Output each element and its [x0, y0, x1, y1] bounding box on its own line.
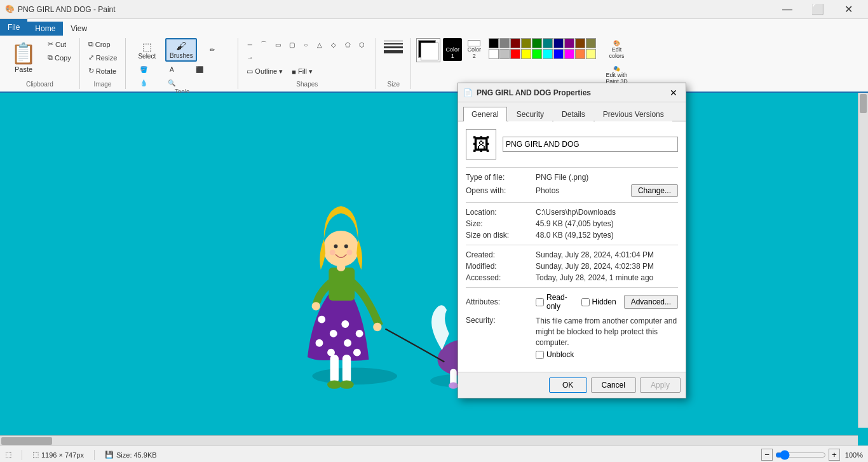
color2-button[interactable]: Color 2: [465, 38, 484, 61]
readonly-label[interactable]: Read-only: [546, 293, 574, 311]
shape-curve[interactable]: ⌒: [257, 38, 270, 51]
dialog-close-button[interactable]: ✕: [667, 86, 681, 100]
shape-roundrect[interactable]: ▢: [285, 38, 298, 51]
size-on-disk-value: 48.0 KB (49,152 bytes): [536, 231, 678, 240]
canvas-illustration: [0, 93, 868, 445]
dialog-tab-details[interactable]: Details: [553, 107, 593, 121]
unblock-checkbox[interactable]: [536, 351, 544, 359]
color2-swatch: [421, 43, 438, 60]
status-size-section: 💾 Size: 45.9KB: [105, 451, 157, 459]
hidden-label[interactable]: Hidden: [592, 297, 616, 306]
resize-button[interactable]: ⤢ Resize: [85, 51, 121, 64]
attributes-row: Attributes: Read-only Hidden Advanced...: [466, 293, 678, 311]
shape-diamond[interactable]: ◇: [327, 38, 340, 51]
shape-line[interactable]: ─: [243, 38, 256, 51]
color-cell-3[interactable]: [521, 38, 531, 48]
ok-button[interactable]: OK: [549, 377, 587, 393]
edit-colors-button[interactable]: 🎨 Edit colors: [601, 38, 632, 61]
color1-button[interactable]: Color 1: [443, 38, 462, 61]
shape-arrow[interactable]: →: [243, 52, 256, 63]
color-cell-10[interactable]: [489, 49, 499, 59]
dialog-tab-general[interactable]: General: [463, 107, 507, 121]
zoom-tool-button[interactable]: 🔍: [159, 78, 184, 88]
text-button[interactable]: A: [159, 64, 184, 75]
tools-items: ⬚ Select 🖌 Brushes ✏ 🪣 A: [131, 38, 233, 88]
color-cell-1[interactable]: [499, 38, 510, 48]
color-cell-16[interactable]: [553, 49, 564, 59]
tab-home[interactable]: Home: [27, 22, 63, 36]
tab-view[interactable]: View: [63, 22, 95, 36]
status-divider-1: [22, 450, 22, 460]
color-cell-17[interactable]: [564, 49, 574, 59]
apply-button[interactable]: Apply: [640, 377, 681, 393]
color-swatch[interactable]: [416, 38, 440, 62]
zoom-slider[interactable]: [775, 450, 826, 460]
readonly-checkbox[interactable]: [536, 298, 544, 306]
brushes-button[interactable]: 🖌 Brushes: [165, 38, 197, 62]
properties-dialog: 📄 PNG GIRL AND DOG Properties ✕ General …: [458, 83, 686, 398]
outline-button[interactable]: ▭ Outline ▾: [243, 65, 286, 78]
copy-button[interactable]: ⧉ Copy: [44, 51, 74, 64]
maximize-button[interactable]: ⬜: [803, 0, 832, 19]
color-cell-2[interactable]: [510, 38, 520, 48]
color-cell-5[interactable]: [543, 38, 553, 48]
color-cell-7[interactable]: [564, 38, 574, 48]
color-cell-19[interactable]: [586, 49, 596, 59]
crop-button[interactable]: ⧉ Crop: [85, 38, 121, 50]
color-cell-18[interactable]: [575, 49, 585, 59]
stroke-3[interactable]: [384, 46, 403, 48]
shape-triangle[interactable]: △: [313, 38, 326, 51]
shapes-buttons: ─ ⌒ ▭ ▢ ○ △ ◇ ⬠ ⬡ →: [243, 38, 370, 63]
select-button[interactable]: ⬚ Select: [131, 38, 163, 62]
cut-button[interactable]: ✂ Cut: [44, 38, 74, 50]
type-row: Type of file: PNG File (.png): [466, 173, 678, 182]
zoom-out-button[interactable]: −: [761, 449, 773, 461]
change-button[interactable]: Change...: [631, 184, 678, 197]
color-cell-6[interactable]: [553, 38, 564, 48]
advanced-button[interactable]: Advanced...: [624, 295, 678, 309]
minimize-button[interactable]: —: [773, 0, 802, 19]
cancel-button[interactable]: Cancel: [591, 377, 636, 393]
shape-pentagon[interactable]: ⬠: [341, 38, 354, 51]
close-button[interactable]: ✕: [834, 0, 863, 19]
picker-button[interactable]: 💧: [131, 78, 156, 88]
paste-button[interactable]: 📋 Paste: [5, 38, 42, 76]
stroke-4[interactable]: [384, 50, 403, 53]
image-group-label: Image: [94, 81, 112, 89]
eraser-button[interactable]: ⬛: [187, 64, 212, 75]
fill-button[interactable]: 🪣: [131, 64, 156, 75]
color-cell-12[interactable]: [510, 49, 520, 59]
shape-hexagon[interactable]: ⬡: [355, 38, 368, 51]
status-size: Size: 45.9KB: [116, 451, 157, 459]
hidden-checkbox[interactable]: [581, 298, 590, 306]
tab-file[interactable]: File: [0, 19, 27, 36]
color-cell-14[interactable]: [532, 49, 542, 59]
shape-ellipse[interactable]: ○: [299, 38, 312, 51]
scroll-thumb-horizontal[interactable]: [1, 437, 52, 445]
fill-shape-button[interactable]: ■ Fill ▾: [288, 65, 316, 78]
scroll-thumb-vertical[interactable]: [860, 94, 867, 113]
rotate-button[interactable]: ↻ Rotate: [85, 65, 121, 77]
color-cell-11[interactable]: [499, 49, 510, 59]
crop-icon: ⧉: [88, 40, 93, 48]
pencil-button[interactable]: ✏: [200, 38, 225, 62]
unblock-label[interactable]: Unblock: [546, 350, 574, 359]
stroke-2[interactable]: [384, 43, 403, 44]
color-cell-15[interactable]: [543, 49, 553, 59]
color-cell-4[interactable]: [532, 38, 542, 48]
dialog-tab-security[interactable]: Security: [508, 107, 552, 121]
image-items: ⧉ Crop ⤢ Resize ↻ Rotate: [85, 38, 121, 81]
scroll-bar-horizontal[interactable]: [0, 435, 858, 445]
scroll-bar-vertical[interactable]: [858, 93, 868, 428]
shape-rect[interactable]: ▭: [271, 38, 284, 51]
filename-input[interactable]: [503, 137, 678, 152]
color-cell-0[interactable]: [489, 38, 499, 48]
ribbon: File Home View 📋 Paste ✂ Cut ⧉ Copy: [0, 19, 868, 93]
color-cell-9[interactable]: [586, 38, 596, 48]
color-cell-8[interactable]: [575, 38, 585, 48]
stroke-1[interactable]: [384, 41, 403, 41]
zoom-in-button[interactable]: +: [829, 449, 840, 461]
color-cell-13[interactable]: [521, 49, 531, 59]
app-icon: 🎨: [5, 4, 15, 15]
dialog-tab-previous-versions[interactable]: Previous Versions: [595, 107, 672, 121]
